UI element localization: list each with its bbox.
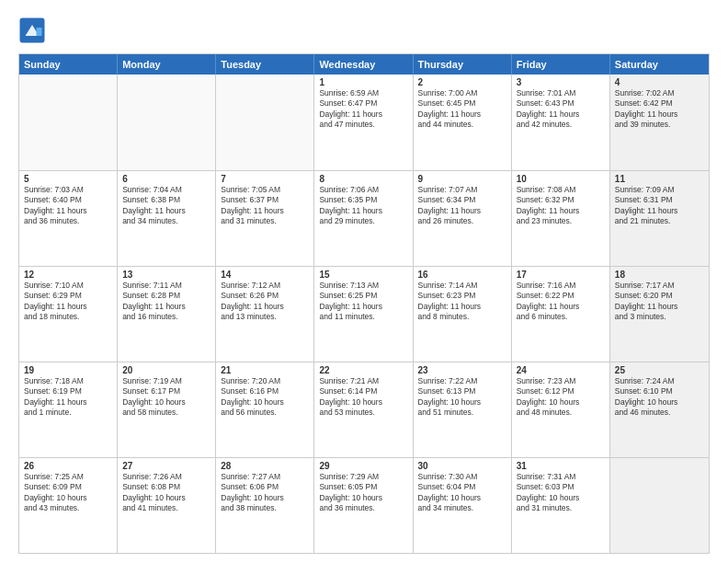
day-number: 17 [517,270,605,280]
day-info: Sunrise: 7:06 AM Sunset: 6:35 PM Dayligh… [319,185,407,227]
calendar-cell: 11Sunrise: 7:09 AM Sunset: 6:31 PM Dayli… [610,171,709,266]
calendar-row: 1Sunrise: 6:59 AM Sunset: 6:47 PM Daylig… [19,75,709,170]
day-info: Sunrise: 7:01 AM Sunset: 6:43 PM Dayligh… [517,88,605,131]
day-info: Sunrise: 7:30 AM Sunset: 6:04 PM Dayligh… [418,472,506,514]
day-number: 29 [319,461,407,471]
calendar-cell: 28Sunrise: 7:27 AM Sunset: 6:06 PM Dayli… [216,458,314,553]
day-number: 11 [615,174,704,184]
day-number: 20 [122,365,210,375]
calendar-cell: 4Sunrise: 7:02 AM Sunset: 6:42 PM Daylig… [610,75,709,170]
day-number: 2 [418,77,506,87]
day-number: 22 [319,365,407,375]
day-number: 5 [24,174,112,184]
day-info: Sunrise: 7:00 AM Sunset: 6:45 PM Dayligh… [418,88,506,131]
day-number: 12 [24,270,112,280]
calendar-header-cell: Monday [118,54,216,75]
calendar-cell: 17Sunrise: 7:16 AM Sunset: 6:22 PM Dayli… [512,267,610,362]
day-number: 8 [319,174,407,184]
calendar-cell: 18Sunrise: 7:17 AM Sunset: 6:20 PM Dayli… [610,267,709,362]
calendar-cell: 31Sunrise: 7:31 AM Sunset: 6:03 PM Dayli… [512,458,610,553]
calendar: SundayMondayTuesdayWednesdayThursdayFrid… [18,53,710,554]
day-info: Sunrise: 7:31 AM Sunset: 6:03 PM Dayligh… [517,472,605,514]
day-number: 23 [418,365,506,375]
day-number: 25 [615,365,704,375]
calendar-cell: 14Sunrise: 7:12 AM Sunset: 6:26 PM Dayli… [216,267,314,362]
calendar-row: 26Sunrise: 7:25 AM Sunset: 6:09 PM Dayli… [19,457,709,553]
day-info: Sunrise: 7:26 AM Sunset: 6:08 PM Dayligh… [122,472,210,514]
day-info: Sunrise: 7:10 AM Sunset: 6:29 PM Dayligh… [24,281,112,323]
calendar-header-cell: Wednesday [314,54,413,75]
day-number: 21 [221,365,309,375]
calendar-cell: 7Sunrise: 7:05 AM Sunset: 6:37 PM Daylig… [216,171,314,266]
calendar-cell: 5Sunrise: 7:03 AM Sunset: 6:40 PM Daylig… [19,171,118,266]
day-number: 28 [221,461,309,471]
day-number: 30 [418,461,506,471]
calendar-cell: 19Sunrise: 7:18 AM Sunset: 6:19 PM Dayli… [19,362,118,457]
day-info: Sunrise: 7:09 AM Sunset: 6:31 PM Dayligh… [615,185,704,227]
day-number: 1 [319,77,407,87]
calendar-cell: 24Sunrise: 7:23 AM Sunset: 6:12 PM Dayli… [512,362,610,457]
day-number: 3 [517,77,605,87]
calendar-row: 19Sunrise: 7:18 AM Sunset: 6:19 PM Dayli… [19,362,709,457]
calendar-header: SundayMondayTuesdayWednesdayThursdayFrid… [19,54,709,75]
day-info: Sunrise: 7:17 AM Sunset: 6:20 PM Dayligh… [615,281,704,323]
day-number: 9 [418,174,506,184]
calendar-row: 5Sunrise: 7:03 AM Sunset: 6:40 PM Daylig… [19,170,709,266]
day-number: 13 [122,270,210,280]
day-number: 27 [122,461,210,471]
day-info: Sunrise: 7:21 AM Sunset: 6:14 PM Dayligh… [319,376,407,419]
calendar-cell [216,75,314,170]
day-info: Sunrise: 7:19 AM Sunset: 6:17 PM Dayligh… [122,376,210,419]
day-number: 19 [24,365,112,375]
day-info: Sunrise: 7:02 AM Sunset: 6:42 PM Dayligh… [615,88,704,131]
page: SundayMondayTuesdayWednesdayThursdayFrid… [0,0,728,563]
day-info: Sunrise: 7:22 AM Sunset: 6:13 PM Dayligh… [418,376,506,419]
header [18,17,710,44]
day-info: Sunrise: 7:20 AM Sunset: 6:16 PM Dayligh… [221,376,309,419]
calendar-header-cell: Friday [512,54,610,75]
calendar-cell: 10Sunrise: 7:08 AM Sunset: 6:32 PM Dayli… [512,171,610,266]
day-number: 26 [24,461,112,471]
calendar-cell: 16Sunrise: 7:14 AM Sunset: 6:23 PM Dayli… [414,267,512,362]
calendar-cell: 25Sunrise: 7:24 AM Sunset: 6:10 PM Dayli… [610,362,709,457]
day-info: Sunrise: 7:12 AM Sunset: 6:26 PM Dayligh… [221,281,309,323]
calendar-header-cell: Thursday [414,54,512,75]
day-number: 18 [615,270,704,280]
day-number: 10 [517,174,605,184]
day-info: Sunrise: 7:13 AM Sunset: 6:25 PM Dayligh… [319,281,407,323]
calendar-cell: 21Sunrise: 7:20 AM Sunset: 6:16 PM Dayli… [216,362,314,457]
day-info: Sunrise: 7:05 AM Sunset: 6:37 PM Dayligh… [221,185,309,227]
calendar-cell: 13Sunrise: 7:11 AM Sunset: 6:28 PM Dayli… [118,267,216,362]
day-info: Sunrise: 7:11 AM Sunset: 6:28 PM Dayligh… [122,281,210,323]
calendar-body: 1Sunrise: 6:59 AM Sunset: 6:47 PM Daylig… [19,75,709,553]
calendar-cell: 23Sunrise: 7:22 AM Sunset: 6:13 PM Dayli… [414,362,512,457]
calendar-cell: 27Sunrise: 7:26 AM Sunset: 6:08 PM Dayli… [118,458,216,553]
calendar-cell: 8Sunrise: 7:06 AM Sunset: 6:35 PM Daylig… [314,171,413,266]
calendar-cell: 9Sunrise: 7:07 AM Sunset: 6:34 PM Daylig… [414,171,512,266]
calendar-cell: 30Sunrise: 7:30 AM Sunset: 6:04 PM Dayli… [414,458,512,553]
day-info: Sunrise: 7:27 AM Sunset: 6:06 PM Dayligh… [221,472,309,514]
svg-rect-2 [37,28,42,36]
calendar-header-cell: Saturday [610,54,709,75]
calendar-cell: 15Sunrise: 7:13 AM Sunset: 6:25 PM Dayli… [314,267,413,362]
day-info: Sunrise: 7:03 AM Sunset: 6:40 PM Dayligh… [24,185,112,227]
calendar-cell [19,75,118,170]
calendar-cell: 29Sunrise: 7:29 AM Sunset: 6:05 PM Dayli… [314,458,413,553]
logo-icon [18,17,46,44]
day-info: Sunrise: 7:23 AM Sunset: 6:12 PM Dayligh… [517,376,605,419]
day-info: Sunrise: 7:08 AM Sunset: 6:32 PM Dayligh… [517,185,605,227]
day-number: 16 [418,270,506,280]
calendar-cell [610,458,709,553]
calendar-cell: 20Sunrise: 7:19 AM Sunset: 6:17 PM Dayli… [118,362,216,457]
calendar-cell: 22Sunrise: 7:21 AM Sunset: 6:14 PM Dayli… [314,362,413,457]
calendar-cell: 2Sunrise: 7:00 AM Sunset: 6:45 PM Daylig… [414,75,512,170]
day-number: 4 [615,77,704,87]
day-info: Sunrise: 7:14 AM Sunset: 6:23 PM Dayligh… [418,281,506,323]
day-info: Sunrise: 7:07 AM Sunset: 6:34 PM Dayligh… [418,185,506,227]
calendar-header-cell: Sunday [19,54,118,75]
day-info: Sunrise: 7:25 AM Sunset: 6:09 PM Dayligh… [24,472,112,514]
calendar-cell: 3Sunrise: 7:01 AM Sunset: 6:43 PM Daylig… [512,75,610,170]
calendar-cell [118,75,216,170]
day-info: Sunrise: 7:16 AM Sunset: 6:22 PM Dayligh… [517,281,605,323]
calendar-cell: 26Sunrise: 7:25 AM Sunset: 6:09 PM Dayli… [19,458,118,553]
